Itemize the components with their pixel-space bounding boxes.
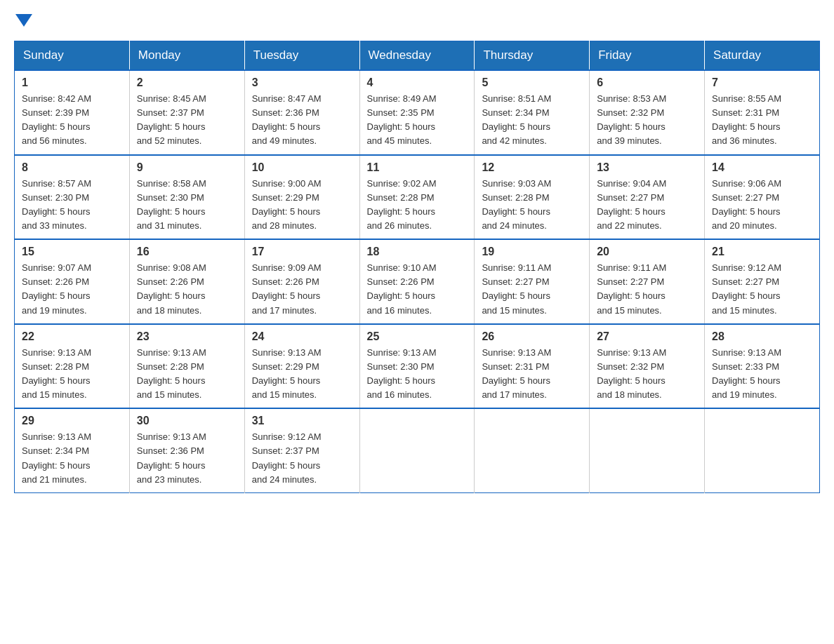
day-number: 4 [367,76,468,89]
day-number: 10 [252,161,352,174]
day-info: Sunrise: 8:55 AMSunset: 2:31 PMDaylight:… [712,92,812,149]
calendar-day-cell: 23Sunrise: 9:13 AMSunset: 2:28 PMDayligh… [129,324,244,409]
calendar-day-cell: 3Sunrise: 8:47 AMSunset: 2:36 PMDaylight… [244,70,359,155]
day-of-week-header: Friday [590,41,705,71]
day-info: Sunrise: 9:07 AMSunset: 2:26 PMDaylight:… [22,261,122,318]
day-info: Sunrise: 9:13 AMSunset: 2:28 PMDaylight:… [22,346,122,403]
calendar-header: SundayMondayTuesdayWednesdayThursdayFrid… [15,41,820,71]
day-number: 27 [597,330,697,343]
day-number: 24 [252,330,352,343]
day-number: 23 [137,330,237,343]
day-number: 12 [482,161,582,174]
calendar-day-cell: 17Sunrise: 9:09 AMSunset: 2:26 PMDayligh… [244,239,359,324]
calendar-day-cell: 25Sunrise: 9:13 AMSunset: 2:30 PMDayligh… [359,324,475,409]
day-number: 31 [252,415,352,427]
day-of-week-header: Thursday [475,41,590,71]
day-info: Sunrise: 9:13 AMSunset: 2:36 PMDaylight:… [137,430,237,487]
day-number: 22 [22,330,122,343]
calendar-day-cell: 27Sunrise: 9:13 AMSunset: 2:32 PMDayligh… [590,324,705,409]
calendar-day-cell: 4Sunrise: 8:49 AMSunset: 2:35 PMDaylight… [359,70,475,155]
day-info: Sunrise: 8:51 AMSunset: 2:34 PMDaylight:… [482,92,582,149]
calendar-day-cell: 24Sunrise: 9:13 AMSunset: 2:29 PMDayligh… [244,324,359,409]
day-info: Sunrise: 8:57 AMSunset: 2:30 PMDaylight:… [22,177,122,234]
day-of-week-header: Wednesday [359,41,475,71]
calendar-week-row: 1Sunrise: 8:42 AMSunset: 2:39 PMDaylight… [15,70,820,155]
calendar-day-cell: 31Sunrise: 9:12 AMSunset: 2:37 PMDayligh… [244,408,359,492]
calendar-day-cell: 19Sunrise: 9:11 AMSunset: 2:27 PMDayligh… [475,239,590,324]
day-of-week-header: Monday [129,41,244,71]
calendar-day-cell: 22Sunrise: 9:13 AMSunset: 2:28 PMDayligh… [15,324,130,409]
calendar-day-cell: 29Sunrise: 9:13 AMSunset: 2:34 PMDayligh… [15,408,130,492]
day-info: Sunrise: 9:13 AMSunset: 2:32 PMDaylight:… [597,346,697,403]
day-info: Sunrise: 8:49 AMSunset: 2:35 PMDaylight:… [367,92,468,149]
day-info: Sunrise: 8:53 AMSunset: 2:32 PMDaylight:… [597,92,697,149]
day-number: 28 [712,330,812,343]
day-number: 17 [252,246,352,258]
day-of-week-header: Tuesday [244,41,359,71]
day-number: 20 [597,246,697,258]
day-number: 5 [482,76,582,89]
day-info: Sunrise: 9:13 AMSunset: 2:30 PMDaylight:… [367,346,468,403]
day-number: 19 [482,246,582,258]
day-number: 6 [597,76,697,89]
day-info: Sunrise: 9:04 AMSunset: 2:27 PMDaylight:… [597,177,697,234]
day-info: Sunrise: 9:11 AMSunset: 2:27 PMDaylight:… [482,261,582,318]
day-info: Sunrise: 8:45 AMSunset: 2:37 PMDaylight:… [137,92,237,149]
calendar-week-row: 22Sunrise: 9:13 AMSunset: 2:28 PMDayligh… [15,324,820,409]
calendar-day-cell: 13Sunrise: 9:04 AMSunset: 2:27 PMDayligh… [590,155,705,240]
calendar-day-cell: 15Sunrise: 9:07 AMSunset: 2:26 PMDayligh… [15,239,130,324]
day-info: Sunrise: 9:11 AMSunset: 2:27 PMDaylight:… [597,261,697,318]
calendar-day-cell: 7Sunrise: 8:55 AMSunset: 2:31 PMDaylight… [705,70,820,155]
calendar-day-cell: 21Sunrise: 9:12 AMSunset: 2:27 PMDayligh… [705,239,820,324]
calendar-day-cell: 28Sunrise: 9:13 AMSunset: 2:33 PMDayligh… [705,324,820,409]
day-info: Sunrise: 9:13 AMSunset: 2:29 PMDaylight:… [252,346,352,403]
day-number: 15 [22,246,122,258]
day-info: Sunrise: 9:13 AMSunset: 2:31 PMDaylight:… [482,346,582,403]
day-number: 3 [252,76,352,89]
day-info: Sunrise: 9:12 AMSunset: 2:27 PMDaylight:… [712,261,812,318]
day-number: 2 [137,76,237,89]
day-info: Sunrise: 9:09 AMSunset: 2:26 PMDaylight:… [252,261,352,318]
day-info: Sunrise: 9:10 AMSunset: 2:26 PMDaylight:… [367,261,468,318]
day-info: Sunrise: 9:03 AMSunset: 2:28 PMDaylight:… [482,177,582,234]
day-info: Sunrise: 9:13 AMSunset: 2:28 PMDaylight:… [137,346,237,403]
calendar-day-cell: 2Sunrise: 8:45 AMSunset: 2:37 PMDaylight… [129,70,244,155]
day-number: 13 [597,161,697,174]
calendar-day-cell: 16Sunrise: 9:08 AMSunset: 2:26 PMDayligh… [129,239,244,324]
calendar-day-cell: 9Sunrise: 8:58 AMSunset: 2:30 PMDaylight… [129,155,244,240]
calendar-day-cell: 30Sunrise: 9:13 AMSunset: 2:36 PMDayligh… [129,408,244,492]
calendar-week-row: 15Sunrise: 9:07 AMSunset: 2:26 PMDayligh… [15,239,820,324]
day-number: 16 [137,246,237,258]
calendar-week-row: 8Sunrise: 8:57 AMSunset: 2:30 PMDaylight… [15,155,820,240]
calendar-day-cell: 14Sunrise: 9:06 AMSunset: 2:27 PMDayligh… [705,155,820,240]
calendar-day-cell: 10Sunrise: 9:00 AMSunset: 2:29 PMDayligh… [244,155,359,240]
day-info: Sunrise: 9:06 AMSunset: 2:27 PMDaylight:… [712,177,812,234]
day-number: 1 [22,76,122,89]
day-of-week-header: Saturday [705,41,820,71]
day-info: Sunrise: 8:58 AMSunset: 2:30 PMDaylight:… [137,177,237,234]
day-number: 30 [137,415,237,427]
day-number: 25 [367,330,468,343]
calendar-day-cell [475,408,590,492]
calendar-day-cell [705,408,820,492]
day-number: 21 [712,246,812,258]
calendar-day-cell: 18Sunrise: 9:10 AMSunset: 2:26 PMDayligh… [359,239,475,324]
day-number: 26 [482,330,582,343]
day-number: 11 [367,161,468,174]
calendar-day-cell: 20Sunrise: 9:11 AMSunset: 2:27 PMDayligh… [590,239,705,324]
day-info: Sunrise: 9:13 AMSunset: 2:34 PMDaylight:… [22,430,122,487]
day-number: 8 [22,161,122,174]
logo [14,14,34,27]
day-number: 14 [712,161,812,174]
calendar-day-cell: 1Sunrise: 8:42 AMSunset: 2:39 PMDaylight… [15,70,130,155]
page-header [14,14,820,27]
calendar-day-cell: 8Sunrise: 8:57 AMSunset: 2:30 PMDaylight… [15,155,130,240]
day-info: Sunrise: 9:08 AMSunset: 2:26 PMDaylight:… [137,261,237,318]
calendar-day-cell: 5Sunrise: 8:51 AMSunset: 2:34 PMDaylight… [475,70,590,155]
calendar-day-cell: 6Sunrise: 8:53 AMSunset: 2:32 PMDaylight… [590,70,705,155]
day-number: 9 [137,161,237,174]
calendar-table: SundayMondayTuesdayWednesdayThursdayFrid… [14,41,820,493]
logo-arrow-icon [15,14,32,27]
day-info: Sunrise: 9:12 AMSunset: 2:37 PMDaylight:… [252,430,352,487]
calendar-week-row: 29Sunrise: 9:13 AMSunset: 2:34 PMDayligh… [15,408,820,492]
